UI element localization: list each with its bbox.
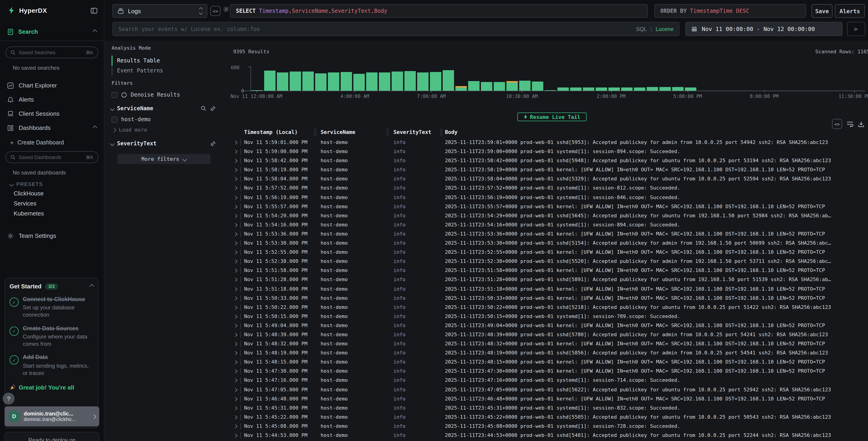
save-button[interactable]: Save <box>811 4 833 18</box>
mode-results-table[interactable]: Results Table <box>112 56 223 66</box>
column-config-icon[interactable]: <> <box>832 119 842 129</box>
download-icon[interactable] <box>858 121 864 127</box>
expand-row-chevron-icon[interactable] <box>234 304 237 310</box>
expand-row-chevron-icon[interactable] <box>234 139 237 145</box>
wrap-text-icon[interactable] <box>846 121 854 127</box>
log-row[interactable]: Nov 11 5:54:29.000 PM host-demo info 202… <box>223 211 868 220</box>
sql-toggle[interactable]: SQL <box>636 26 647 32</box>
log-row[interactable]: Nov 11 5:45:08.000 PM host-demo info 202… <box>223 422 868 431</box>
expand-row-chevron-icon[interactable] <box>234 295 237 301</box>
log-row[interactable]: Nov 11 5:46:48.000 PM host-demo info 202… <box>223 394 868 404</box>
event-search-input[interactable]: Search your events w/ Lucene ex. column:… <box>113 22 679 36</box>
log-row[interactable]: Nov 11 5:48:15.000 PM host-demo info 202… <box>223 358 868 367</box>
select-clause-input[interactable]: SELECT Timestamp,ServiceName,SeverityTex… <box>230 4 648 18</box>
expand-row-chevron-icon[interactable] <box>234 432 237 438</box>
sidebar-item-search[interactable]: Search <box>0 28 104 35</box>
expand-row-chevron-icon[interactable] <box>234 323 237 328</box>
log-row[interactable]: Nov 11 5:47:16.000 PM host-demo info 202… <box>223 376 868 385</box>
log-row[interactable]: Nov 11 5:50:22.000 PM host-demo info 202… <box>223 303 868 312</box>
expand-row-chevron-icon[interactable] <box>234 158 237 164</box>
expand-row-chevron-icon[interactable] <box>234 258 237 264</box>
expand-row-chevron-icon[interactable] <box>234 176 237 182</box>
date-range-picker[interactable]: Nov 11 00:00:00 - Nov 12 00:00:00 <box>685 22 842 36</box>
more-filters-button[interactable]: More filters <box>117 154 210 164</box>
expand-row-chevron-icon[interactable] <box>234 268 237 273</box>
source-select[interactable]: Logs <box>113 4 207 18</box>
load-more-button[interactable]: Load more <box>113 127 223 133</box>
log-row[interactable]: Nov 11 5:50:15.000 PM host-demo info 202… <box>223 312 868 321</box>
create-dashboard-button[interactable]: + Create Dashboard <box>0 135 104 146</box>
col-header-timestamp[interactable]: Timestamp (Local) <box>244 129 298 135</box>
col-header-servicename[interactable]: ServiceName <box>320 129 355 135</box>
expand-row-chevron-icon[interactable] <box>234 332 237 337</box>
sidebar-item-chart-explorer[interactable]: Chart Explorer <box>0 78 104 92</box>
mode-event-patterns[interactable]: Event Patterns <box>112 66 223 76</box>
facet-value-host-demo[interactable]: host-demo <box>112 116 223 122</box>
expand-row-chevron-icon[interactable] <box>234 277 237 283</box>
get-started-step[interactable]: ✓ Add Data Start sending logs, metrics, … <box>9 354 93 377</box>
get-started-step[interactable]: ✓ Create Data Sources Configure where yo… <box>9 325 93 348</box>
expand-row-chevron-icon[interactable] <box>234 341 237 347</box>
saved-dashboards-input[interactable]: Saved Dashboards ⌘K <box>5 151 98 163</box>
sidebar-item-alerts[interactable]: Alerts <box>0 92 104 107</box>
expand-row-chevron-icon[interactable] <box>234 387 237 392</box>
expand-row-chevron-icon[interactable] <box>234 231 237 237</box>
log-row[interactable]: Nov 11 5:48:39.000 PM host-demo info 202… <box>223 330 868 340</box>
log-row[interactable]: Nov 11 5:58:19.000 PM host-demo info 202… <box>223 166 868 175</box>
log-row[interactable]: Nov 11 5:49:04.000 PM host-demo info 202… <box>223 321 868 330</box>
resume-live-tail-button[interactable]: Resume Live Tail <box>517 113 587 121</box>
expand-row-chevron-icon[interactable] <box>234 167 237 173</box>
help-button[interactable]: ? <box>3 393 14 405</box>
expand-row-chevron-icon[interactable] <box>234 423 237 429</box>
expand-row-chevron-icon[interactable] <box>234 194 237 200</box>
alerts-button[interactable]: Alerts <box>835 4 865 18</box>
pin-icon[interactable] <box>210 141 216 146</box>
col-header-body[interactable]: Body <box>445 129 458 135</box>
log-row[interactable]: Nov 11 5:47:05.000 PM host-demo info 202… <box>223 385 868 394</box>
facet-search-icon[interactable] <box>201 106 206 111</box>
expand-row-chevron-icon[interactable] <box>234 240 237 246</box>
expand-row-chevron-icon[interactable] <box>234 249 237 255</box>
user-account-chip[interactable]: D dominic.tran@clic... dominic.tran@clic… <box>5 406 99 427</box>
log-row[interactable]: Nov 11 5:47:30.000 PM host-demo info 202… <box>223 367 868 376</box>
log-row[interactable]: Nov 11 5:59:01.000 PM host-demo info 202… <box>223 138 868 147</box>
expand-row-chevron-icon[interactable] <box>234 314 237 319</box>
expand-row-chevron-icon[interactable] <box>234 149 237 154</box>
pin-icon[interactable] <box>210 106 216 111</box>
expand-row-chevron-icon[interactable] <box>234 368 237 374</box>
checkbox[interactable] <box>112 92 118 98</box>
log-row[interactable]: Nov 11 5:45:22.000 PM host-demo info 202… <box>223 413 868 422</box>
lucene-toggle[interactable]: Lucene <box>656 26 674 32</box>
expand-row-chevron-icon[interactable] <box>234 185 237 191</box>
expand-row-chevron-icon[interactable] <box>234 359 237 365</box>
run-query-button[interactable]: ▷ <box>847 22 865 36</box>
log-row[interactable]: Nov 11 5:45:31.000 PM host-demo info 202… <box>223 404 868 413</box>
collapse-sidebar-icon[interactable] <box>91 7 97 13</box>
checkbox[interactable] <box>112 116 118 122</box>
log-row[interactable]: Nov 11 5:54:16.000 PM host-demo info 202… <box>223 220 868 230</box>
log-row[interactable]: Nov 11 5:52:38.000 PM host-demo info 202… <box>223 257 868 266</box>
column-resize-handle[interactable] <box>386 129 389 136</box>
preset-dashboard-link[interactable]: Kubernetes <box>14 210 104 217</box>
log-row[interactable]: Nov 11 5:51:28.000 PM host-demo info 202… <box>223 275 868 285</box>
facet-servicename[interactable]: ServiceName <box>111 105 216 112</box>
sidebar-item-client-sessions[interactable]: Client Sessions <box>0 107 104 121</box>
preset-dashboard-link[interactable]: ClickHouse <box>14 190 104 197</box>
expand-row-chevron-icon[interactable] <box>234 213 237 219</box>
log-row[interactable]: Nov 11 5:50:33.000 PM host-demo info 202… <box>223 294 868 303</box>
facet-severitytext[interactable]: SeverityText <box>111 140 216 147</box>
get-started-step[interactable]: ✓ Connect to ClickHouse Set up your data… <box>9 296 93 319</box>
log-row[interactable]: Nov 11 5:53:36.000 PM host-demo info 202… <box>223 230 868 239</box>
sidebar-item-team-settings[interactable]: Team Settings <box>0 229 104 243</box>
expand-row-chevron-icon[interactable] <box>234 222 237 228</box>
log-row[interactable]: Nov 11 5:48:19.000 PM host-demo info 202… <box>223 349 868 358</box>
denoise-results-toggle[interactable]: Denoise Results <box>112 92 223 98</box>
query-language-toggle[interactable]: SQL | Lucene <box>636 26 674 32</box>
log-row[interactable]: Nov 11 5:51:18.000 PM host-demo info 202… <box>223 285 868 294</box>
log-row[interactable]: Nov 11 5:52:55.000 PM host-demo info 202… <box>223 248 868 257</box>
col-header-severitytext[interactable]: SeverityText <box>394 129 431 135</box>
log-row[interactable]: Nov 11 5:48:32.000 PM host-demo info 202… <box>223 340 868 349</box>
log-row[interactable]: Nov 11 5:55:57.000 PM host-demo info 202… <box>223 202 868 211</box>
log-row[interactable]: Nov 11 5:53:30.000 PM host-demo info 202… <box>223 239 868 248</box>
chevron-up-icon[interactable] <box>90 284 94 289</box>
